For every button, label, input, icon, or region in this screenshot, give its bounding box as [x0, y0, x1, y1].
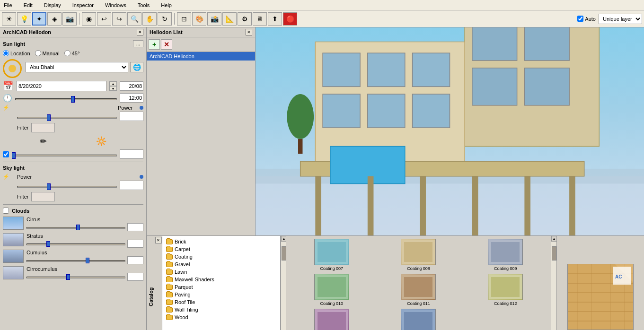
menu-inspector[interactable]: Inspector	[71, 1, 96, 9]
filter-input[interactable]	[31, 123, 55, 132]
menu-help[interactable]: Help	[159, 1, 174, 9]
radio-manual[interactable]: Manual	[35, 50, 60, 56]
tree-item-rooftile[interactable]: Roof Tile	[164, 298, 278, 306]
toolbar-zoom[interactable]: 🔍	[127, 12, 141, 26]
stratus-value[interactable]: 20	[127, 240, 143, 248]
menu-file[interactable]: File	[2, 1, 14, 9]
toolbar-pan[interactable]: ✋	[142, 12, 157, 26]
tree-item-paving[interactable]: Paving	[164, 291, 278, 298]
time-input[interactable]	[120, 93, 143, 103]
svg-rect-3	[472, 27, 517, 61]
clouds-checkbox[interactable]	[3, 208, 9, 214]
skylight-value-input[interactable]: 0.00	[120, 181, 143, 190]
auto-checkbox[interactable]	[577, 16, 583, 22]
menu-display[interactable]: Display	[42, 1, 63, 9]
thumbs-scroll-thumb[interactable]	[552, 246, 556, 261]
radio-manual-input[interactable]	[35, 50, 41, 56]
sun-checkbox[interactable]	[3, 151, 9, 157]
thumb-coating012[interactable]: Coating 012	[463, 274, 548, 307]
power-slider-thumb[interactable]	[47, 114, 51, 121]
layer-select[interactable]: Unique layer	[599, 14, 642, 24]
tree-item-parquet[interactable]: Parquet	[164, 283, 278, 291]
tree-item-lawn[interactable]: Lawn	[164, 268, 278, 276]
toolbar-render[interactable]: ◉	[82, 12, 96, 26]
cumulus-thumb-slider[interactable]	[86, 258, 89, 263]
power-value-input[interactable]: 0.00	[120, 112, 143, 121]
toolbar-rotate[interactable]: ↻	[158, 12, 172, 26]
location-select[interactable]: Abu Dhabi	[26, 62, 128, 72]
toolbar-undo[interactable]: ↩	[97, 12, 111, 26]
clock-icon: 🕛	[3, 94, 12, 103]
sun-light-dots-button[interactable]: ...	[133, 40, 143, 47]
thumb-img-008	[401, 239, 436, 265]
checkbox-slider-thumb[interactable]	[12, 152, 16, 159]
menu-windows[interactable]: Windows	[103, 1, 128, 9]
tree-item-walltiling[interactable]: Wall Tiling	[164, 306, 278, 313]
svg-rect-12	[368, 94, 405, 128]
sun-pencil-icon[interactable]: ✏	[40, 136, 47, 147]
thumb-coating010[interactable]: Coating 010	[289, 274, 374, 307]
svg-rect-21	[569, 176, 575, 235]
menu-tools[interactable]: Tools	[136, 1, 152, 9]
catalog-close-button[interactable]: ✕	[155, 237, 162, 243]
heliodon-close-button[interactable]: ✕	[137, 29, 143, 35]
cirrocumulus-thumb-slider[interactable]	[66, 274, 70, 280]
toolbar-sun[interactable]: ☀	[2, 12, 16, 26]
radio-location-input[interactable]	[3, 50, 9, 56]
date-input[interactable]	[16, 81, 106, 91]
stratus-thumb-slider[interactable]	[46, 241, 50, 247]
toolbar-screen[interactable]: 🖥	[253, 12, 267, 26]
date-spin-down[interactable]: ▼	[109, 86, 117, 91]
toolbar-light[interactable]: 💡	[17, 12, 31, 26]
sun-circle-icon	[3, 59, 22, 78]
svg-rect-20	[524, 176, 530, 235]
cirrus-thumb-slider[interactable]	[76, 225, 80, 230]
menu-edit[interactable]: Edit	[22, 1, 35, 9]
thumb-coating008[interactable]: Coating 008	[376, 239, 461, 272]
hlist-add-button[interactable]: +	[149, 39, 160, 50]
tree-item-wood[interactable]: Wood	[164, 313, 278, 321]
tree-item-maxwell[interactable]: Maxwell Shaders	[164, 276, 278, 283]
catalog-vertical-label[interactable]: Catalog	[147, 236, 155, 330]
cirrocumulus-value[interactable]: 40	[127, 273, 143, 281]
cirrocumulus-label: Cirrocumulus	[26, 266, 143, 272]
tree-item-carpet[interactable]: Carpet	[164, 245, 278, 253]
toolbar-measure[interactable]: 📐	[222, 12, 237, 26]
thumb-coating013[interactable]: Coating 013	[289, 309, 374, 330]
thumb-coating011[interactable]: Coating 011	[376, 274, 461, 307]
cirrus-value[interactable]: 50	[127, 223, 143, 231]
sun-light-icon[interactable]: 🔆	[96, 136, 106, 147]
tree-item-brick[interactable]: Brick	[164, 238, 278, 245]
cumulus-value[interactable]: 60	[127, 256, 143, 264]
tree-item-coating[interactable]: Coating	[164, 253, 278, 261]
toolbar-active[interactable]: ✦	[32, 12, 46, 26]
date-spin-up[interactable]: ▲	[109, 81, 117, 86]
hlist-close-button[interactable]: ✕	[246, 29, 252, 35]
thumb-coating009[interactable]: Coating 009	[463, 239, 548, 272]
radio-45-input[interactable]	[64, 50, 71, 56]
time-slider-thumb[interactable]	[71, 96, 75, 103]
toolbar-3d[interactable]: ◈	[47, 12, 62, 26]
toolbar-redo[interactable]: ↪	[112, 12, 126, 26]
toolbar-color[interactable]: 🎨	[192, 12, 206, 26]
thumb-coating014[interactable]: Coating 014	[376, 309, 461, 330]
thumb-coating007[interactable]: Coating 007	[289, 239, 374, 272]
checkbox-value-input[interactable]: 0	[120, 149, 143, 159]
toolbar-export[interactable]: ⬆	[268, 12, 282, 26]
tree-item-gravel[interactable]: Gravel	[164, 261, 278, 268]
toolbar-frame[interactable]: ⊡	[177, 12, 191, 26]
hlist-item-archicad[interactable]: ArchiCAD Heliodon	[147, 52, 255, 61]
hlist-remove-button[interactable]: ✕	[161, 39, 172, 50]
skylight-slider-thumb[interactable]	[47, 183, 51, 190]
radio-location[interactable]: Location	[3, 50, 30, 56]
skylight-filter-input[interactable]	[31, 192, 55, 201]
catalog-scroll-thumb[interactable]	[282, 246, 286, 261]
globe-button[interactable]: 🌐	[130, 62, 143, 72]
toolbar-camera[interactable]: 📷	[62, 12, 77, 26]
viewport-3d[interactable]	[256, 27, 644, 235]
radio-45deg[interactable]: 45°	[64, 50, 80, 56]
toolbar-photo[interactable]: 📸	[207, 12, 221, 26]
toolbar-red[interactable]: 🔴	[283, 12, 297, 26]
toolbar-settings[interactable]: ⚙	[238, 12, 252, 26]
date-display-input[interactable]	[120, 81, 143, 91]
